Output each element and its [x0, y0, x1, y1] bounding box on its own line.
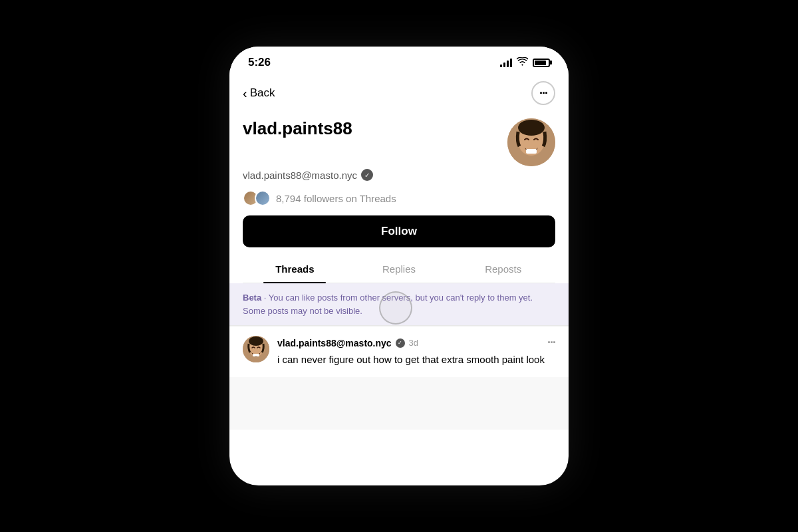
signal-icon [500, 59, 512, 67]
back-label: Back [250, 86, 275, 100]
post-text: i can never figure out how to get that e… [277, 352, 555, 368]
status-time: 5:26 [248, 56, 271, 69]
beta-notice: Beta · You can like posts from other ser… [229, 283, 569, 326]
verified-icon: ✓ [361, 169, 373, 181]
profile-section: vlad.paints88 [229, 113, 569, 283]
back-button[interactable]: ‹ Back [243, 86, 275, 101]
post-header: vlad.paints88@masto.nyc ✓ 3d ··· [277, 336, 555, 350]
tabs-row: Threads Replies Reposts [243, 255, 555, 283]
svg-point-3 [518, 120, 545, 136]
profile-header: vlad.paints88 [243, 118, 555, 166]
followers-on-threads: followers on Threads [304, 193, 396, 204]
status-bar: 5:26 [229, 47, 569, 76]
phone-frame: 5:26 ‹ Back [229, 47, 569, 485]
nav-bar: ‹ Back ··· [229, 76, 569, 113]
post-verified-icon: ✓ [396, 338, 405, 348]
status-icons [500, 57, 550, 68]
profile-username: vlad.paints88 [243, 118, 352, 139]
followers-row: 8,794 followers on Threads [243, 190, 555, 206]
tab-threads[interactable]: Threads [243, 255, 347, 283]
post-more-button[interactable]: ··· [547, 336, 555, 350]
battery-icon [533, 59, 550, 67]
svg-point-7 [249, 336, 263, 346]
profile-handle: vlad.paints88@masto.nyc [243, 170, 357, 181]
follower-count: 8,794 [276, 193, 301, 204]
tab-replies[interactable]: Replies [347, 255, 452, 283]
more-options-button[interactable]: ··· [531, 81, 555, 105]
follower-avatar-2 [255, 190, 271, 206]
post-username: vlad.paints88@masto.nyc [277, 338, 392, 348]
post-avatar [243, 336, 269, 362]
beta-notice-text: Beta · You can like posts from other ser… [243, 291, 555, 317]
follow-button[interactable]: Follow [243, 215, 555, 247]
profile-avatar [507, 118, 555, 166]
tab-reposts[interactable]: Reposts [451, 255, 555, 283]
more-dots-icon: ··· [539, 86, 547, 100]
followers-text: 8,794 followers on Threads [276, 193, 396, 204]
post-user-info: vlad.paints88@masto.nyc ✓ 3d [277, 338, 418, 348]
post-item: vlad.paints88@masto.nyc ✓ 3d ··· i can n… [229, 326, 569, 377]
back-chevron-icon: ‹ [243, 86, 247, 101]
svg-rect-6 [253, 354, 259, 356]
profile-handle-row: vlad.paints88@masto.nyc ✓ [243, 169, 555, 181]
post-content: vlad.paints88@masto.nyc ✓ 3d ··· i can n… [277, 336, 555, 368]
beta-label: Beta [243, 293, 261, 303]
content-area: Beta · You can like posts from other ser… [229, 283, 569, 430]
svg-rect-2 [526, 149, 537, 154]
follower-avatars [243, 190, 271, 206]
post-time: 3d [409, 338, 418, 348]
wifi-icon [517, 57, 528, 68]
